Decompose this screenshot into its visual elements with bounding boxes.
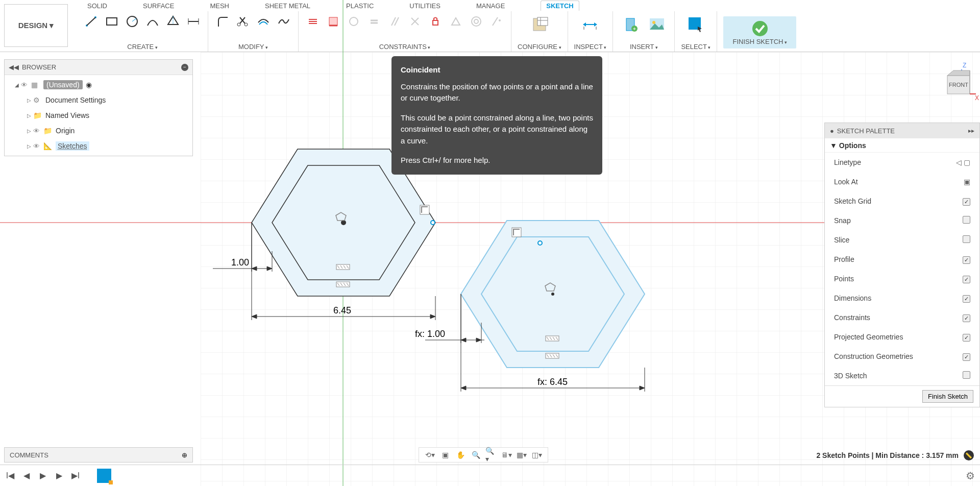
palette-row-snap[interactable]: Snap	[825, 211, 979, 230]
parallel-constraint-icon[interactable]	[386, 13, 403, 30]
configure-label[interactable]: CONFIGURE	[518, 43, 561, 51]
look-at-icon[interactable]: ▣	[439, 449, 451, 460]
checkbox[interactable]	[963, 314, 970, 322]
palette-row-points[interactable]: Points	[825, 269, 979, 288]
display-icon[interactable]: 🖥▾	[501, 449, 512, 460]
checkbox[interactable]	[963, 353, 970, 361]
tab-manage[interactable]: MANAGE	[476, 2, 505, 10]
status-info-icon[interactable]: 📏	[964, 450, 974, 460]
tree-doc-settings[interactable]: ▷⚙Document Settings	[5, 92, 192, 108]
tab-surface[interactable]: SURFACE	[143, 2, 174, 10]
comments-bar[interactable]: COMMENTS⊕	[4, 447, 193, 463]
design-workspace-button[interactable]: DESIGN ▾	[4, 4, 68, 47]
timeline-end-icon[interactable]: ▶I	[70, 471, 81, 481]
checkbox[interactable]	[963, 256, 970, 264]
pan-icon[interactable]: ✋	[455, 449, 466, 460]
select-icon[interactable]	[684, 13, 707, 36]
palette-row-look-at[interactable]: Look At▣	[825, 172, 979, 191]
palette-row-constraints[interactable]: Constraints	[825, 308, 979, 327]
dim-3[interactable]: fx: 1.00	[415, 329, 445, 339]
tree-root[interactable]: ◢👁▦(Unsaved)◉	[5, 77, 192, 92]
select-label[interactable]: SELECT	[681, 43, 710, 51]
timeline-prev-icon[interactable]: ◀	[21, 471, 32, 481]
palette-row-slice[interactable]: Slice	[825, 230, 979, 250]
fillet-tool-icon[interactable]	[214, 13, 231, 30]
palette-options-section[interactable]: ▼ Options	[825, 138, 979, 153]
tab-solid[interactable]: SOLID	[87, 2, 107, 10]
timeline-start-icon[interactable]: I◀	[5, 471, 15, 481]
circle-tool-icon[interactable]	[124, 13, 140, 30]
dim-1[interactable]: 1.00	[231, 257, 249, 268]
offset-tool-icon[interactable]	[255, 13, 272, 30]
tree-named-views[interactable]: ▷📁Named Views	[5, 108, 192, 123]
trim-tool-icon[interactable]	[235, 13, 251, 30]
zoom-window-icon[interactable]: 🔍▾	[485, 449, 497, 460]
tab-plastic[interactable]: PLASTIC	[346, 2, 374, 10]
palette-pin-icon[interactable]: ▸▸	[968, 127, 974, 134]
checkbox[interactable]	[963, 276, 970, 283]
checkbox[interactable]	[963, 216, 970, 224]
dim-4[interactable]: fx: 6.45	[537, 377, 568, 387]
timeline-sketch-feature[interactable]	[97, 469, 111, 483]
palette-row-construction-geometries[interactable]: Construction Geometries	[825, 347, 979, 366]
tree-sketches[interactable]: ▷👁📐Sketches	[5, 138, 192, 154]
palette-row-dimensions[interactable]: Dimensions	[825, 288, 979, 308]
tab-sheetmetal[interactable]: SHEET METAL	[265, 2, 310, 10]
checkbox[interactable]	[963, 371, 970, 379]
checkbox[interactable]	[963, 295, 970, 303]
tree-origin[interactable]: ▷👁📁Origin	[5, 123, 192, 138]
tab-sketch[interactable]: SKETCH	[541, 1, 579, 11]
midpoint-constraint-icon[interactable]	[448, 13, 464, 30]
palette-row-linetype[interactable]: Linetype◁ ▢	[825, 153, 979, 172]
fix-constraint-icon[interactable]	[427, 13, 444, 30]
horizontal-constraint-icon[interactable]	[305, 13, 321, 30]
palette-header[interactable]: ●SKETCH PALETTE▸▸	[825, 123, 979, 138]
grid-icon[interactable]: ▦▾	[516, 449, 527, 460]
zoom-icon[interactable]: 🔍	[470, 449, 481, 460]
equal-constraint-icon[interactable]	[366, 13, 382, 30]
checkbox[interactable]	[963, 198, 970, 206]
viewport-icon[interactable]: ◫▾	[531, 449, 543, 460]
browser-collapse-icon[interactable]: −	[181, 64, 188, 71]
arc-tool-icon[interactable]	[144, 13, 161, 30]
dimension-tool-icon[interactable]	[185, 13, 202, 30]
coincident-constraint-icon[interactable]	[325, 13, 341, 30]
symmetry-constraint-icon[interactable]	[488, 13, 505, 30]
timeline-play-icon[interactable]: ▶	[38, 471, 48, 481]
timeline-settings-icon[interactable]: ⚙	[966, 470, 975, 482]
tab-utilities[interactable]: UTILITIES	[409, 2, 440, 10]
palette-row-profile[interactable]: Profile	[825, 250, 979, 269]
dim-2[interactable]: 6.45	[333, 305, 351, 315]
constraints-label[interactable]: CONSTRAINTS	[379, 43, 431, 51]
create-label[interactable]: CREATE	[127, 43, 157, 51]
checkbox[interactable]	[963, 334, 970, 342]
palette-finish-button[interactable]: Finish Sketch	[922, 390, 973, 403]
line-tool-icon[interactable]	[83, 13, 100, 30]
orbit-icon[interactable]: ⟲▾	[424, 449, 435, 460]
rectangle-tool-icon[interactable]	[104, 13, 120, 30]
look-at-control-icon[interactable]: ▣	[964, 178, 970, 186]
finish-sketch-button[interactable]: FINISH SKETCH	[723, 16, 796, 48]
configure-icon[interactable]	[528, 13, 551, 36]
polygon-tool-icon[interactable]	[165, 13, 181, 30]
browser-header[interactable]: ◀◀ BROWSER −	[5, 60, 192, 75]
timeline-next-icon[interactable]: ▶	[54, 471, 64, 481]
palette-row-projected-geometries[interactable]: Projected Geometries	[825, 327, 979, 347]
perpendicular-constraint-icon[interactable]	[407, 13, 423, 30]
inspect-icon[interactable]	[579, 13, 601, 36]
checkbox[interactable]	[963, 235, 970, 243]
add-comment-icon[interactable]: ⊕	[182, 451, 187, 459]
view-cube[interactable]: Z FRONT X	[937, 60, 973, 96]
linetype-control-icon[interactable]: ◁ ▢	[956, 158, 970, 166]
palette-row-sketch-grid[interactable]: Sketch Grid	[825, 191, 979, 211]
spline-tool-icon[interactable]	[276, 13, 292, 30]
palette-row-3d-sketch[interactable]: 3D Sketch	[825, 366, 979, 385]
tab-mesh[interactable]: MESH	[210, 2, 229, 10]
insert-image-icon[interactable]	[646, 13, 668, 36]
concentric-constraint-icon[interactable]	[468, 13, 484, 30]
modify-label[interactable]: MODIFY	[238, 43, 268, 51]
inspect-label[interactable]: INSPECT	[574, 43, 607, 51]
tangent-constraint-icon[interactable]	[346, 13, 362, 30]
insert-label[interactable]: INSERT	[630, 43, 658, 51]
insert-derive-icon[interactable]: +	[619, 13, 642, 36]
